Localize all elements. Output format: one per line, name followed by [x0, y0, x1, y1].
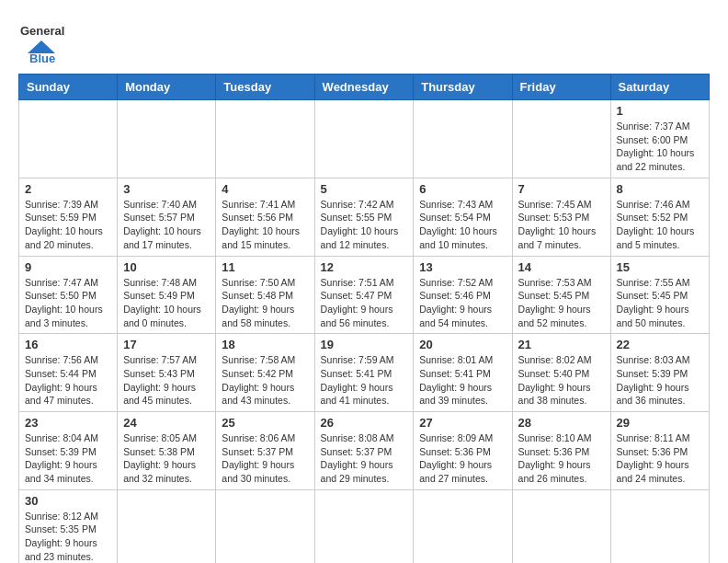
day-info: Sunrise: 7:53 AM Sunset: 5:45 PM Dayligh…: [518, 276, 605, 330]
day-number: 3: [123, 182, 210, 196]
day-number: 23: [25, 416, 111, 430]
day-info: Sunrise: 8:04 AM Sunset: 5:39 PM Dayligh…: [25, 431, 111, 486]
day-number: 16: [25, 338, 111, 351]
day-info: Sunrise: 7:56 AM Sunset: 5:44 PM Dayligh…: [25, 353, 111, 408]
day-number: 18: [222, 338, 308, 351]
day-info: Sunrise: 7:41 AM Sunset: 5:56 PM Dayligh…: [222, 198, 308, 252]
calendar-cell: 21Sunrise: 8:02 AM Sunset: 5:40 PM Dayli…: [512, 334, 610, 412]
calendar-cell: [216, 489, 314, 563]
day-number: 25: [222, 416, 308, 430]
weekday-header-saturday: Saturday: [610, 75, 709, 100]
day-number: 4: [222, 182, 308, 196]
weekday-header-friday: Friday: [512, 75, 610, 100]
day-info: Sunrise: 7:50 AM Sunset: 5:48 PM Dayligh…: [222, 276, 308, 330]
day-info: Sunrise: 8:05 AM Sunset: 5:38 PM Dayligh…: [123, 431, 210, 486]
day-info: Sunrise: 7:48 AM Sunset: 5:49 PM Dayligh…: [123, 276, 210, 330]
day-number: 2: [25, 182, 111, 196]
day-number: 7: [518, 182, 605, 196]
day-info: Sunrise: 7:55 AM Sunset: 5:45 PM Dayligh…: [617, 276, 703, 330]
day-number: 14: [518, 260, 605, 274]
calendar-cell: 2Sunrise: 7:39 AM Sunset: 5:59 PM Daylig…: [19, 178, 118, 256]
svg-text:Blue: Blue: [29, 52, 55, 64]
day-info: Sunrise: 7:43 AM Sunset: 5:54 PM Dayligh…: [419, 198, 506, 252]
calendar-cell: [512, 489, 610, 563]
day-info: Sunrise: 7:42 AM Sunset: 5:55 PM Dayligh…: [321, 198, 408, 252]
calendar-cell: 3Sunrise: 7:40 AM Sunset: 5:57 PM Daylig…: [118, 178, 216, 256]
weekday-header-thursday: Thursday: [414, 75, 512, 100]
calendar-week-row: 1Sunrise: 7:37 AM Sunset: 6:00 PM Daylig…: [19, 100, 710, 178]
day-info: Sunrise: 8:12 AM Sunset: 5:35 PM Dayligh…: [25, 510, 111, 563]
day-number: 6: [419, 182, 506, 196]
calendar-cell: 19Sunrise: 7:59 AM Sunset: 5:41 PM Dayli…: [314, 334, 414, 412]
svg-text:General: General: [20, 24, 64, 38]
calendar-cell: 15Sunrise: 7:55 AM Sunset: 5:45 PM Dayli…: [610, 256, 709, 334]
calendar-week-row: 23Sunrise: 8:04 AM Sunset: 5:39 PM Dayli…: [19, 412, 710, 490]
calendar-cell: 17Sunrise: 7:57 AM Sunset: 5:43 PM Dayli…: [118, 334, 216, 412]
calendar-table: SundayMondayTuesdayWednesdayThursdayFrid…: [18, 74, 710, 563]
day-number: 8: [617, 182, 703, 196]
day-info: Sunrise: 7:46 AM Sunset: 5:52 PM Dayligh…: [617, 198, 703, 252]
day-number: 5: [321, 182, 408, 196]
day-info: Sunrise: 8:10 AM Sunset: 5:36 PM Dayligh…: [518, 431, 605, 486]
calendar-cell: 30Sunrise: 8:12 AM Sunset: 5:35 PM Dayli…: [19, 489, 118, 563]
calendar-cell: 20Sunrise: 8:01 AM Sunset: 5:41 PM Dayli…: [414, 334, 512, 412]
calendar-cell: 12Sunrise: 7:51 AM Sunset: 5:47 PM Dayli…: [314, 256, 414, 334]
day-info: Sunrise: 7:59 AM Sunset: 5:41 PM Dayligh…: [321, 353, 408, 408]
calendar-cell: 24Sunrise: 8:05 AM Sunset: 5:38 PM Dayli…: [118, 412, 216, 490]
calendar-week-row: 2Sunrise: 7:39 AM Sunset: 5:59 PM Daylig…: [19, 178, 710, 256]
page-header: General Blue: [18, 18, 710, 64]
weekday-header-tuesday: Tuesday: [216, 75, 314, 100]
calendar-cell: [118, 489, 216, 563]
day-number: 28: [518, 416, 605, 430]
calendar-week-row: 16Sunrise: 7:56 AM Sunset: 5:44 PM Dayli…: [19, 334, 710, 412]
weekday-header-sunday: Sunday: [19, 75, 118, 100]
day-number: 17: [123, 338, 210, 351]
calendar-cell: 5Sunrise: 7:42 AM Sunset: 5:55 PM Daylig…: [314, 178, 414, 256]
day-number: 20: [419, 338, 506, 351]
day-number: 11: [222, 260, 308, 274]
weekday-header-row: SundayMondayTuesdayWednesdayThursdayFrid…: [19, 75, 710, 100]
day-number: 30: [25, 494, 111, 508]
calendar-cell: 16Sunrise: 7:56 AM Sunset: 5:44 PM Dayli…: [19, 334, 118, 412]
calendar-week-row: 9Sunrise: 7:47 AM Sunset: 5:50 PM Daylig…: [19, 256, 710, 334]
calendar-cell: [610, 489, 709, 563]
calendar-cell: 18Sunrise: 7:58 AM Sunset: 5:42 PM Dayli…: [216, 334, 314, 412]
calendar-cell: [314, 100, 414, 178]
day-info: Sunrise: 7:39 AM Sunset: 5:59 PM Dayligh…: [25, 198, 111, 252]
calendar-cell: [512, 100, 610, 178]
day-info: Sunrise: 8:09 AM Sunset: 5:36 PM Dayligh…: [419, 431, 506, 486]
calendar-cell: 4Sunrise: 7:41 AM Sunset: 5:56 PM Daylig…: [216, 178, 314, 256]
day-info: Sunrise: 8:03 AM Sunset: 5:39 PM Dayligh…: [617, 353, 703, 408]
day-info: Sunrise: 7:52 AM Sunset: 5:46 PM Dayligh…: [419, 276, 506, 330]
calendar-cell: [314, 489, 414, 563]
calendar-cell: [414, 489, 512, 563]
day-info: Sunrise: 7:51 AM Sunset: 5:47 PM Dayligh…: [321, 276, 408, 330]
calendar-cell: 29Sunrise: 8:11 AM Sunset: 5:36 PM Dayli…: [610, 412, 709, 490]
calendar-week-row: 30Sunrise: 8:12 AM Sunset: 5:35 PM Dayli…: [19, 489, 710, 563]
day-number: 9: [25, 260, 111, 274]
calendar-cell: 10Sunrise: 7:48 AM Sunset: 5:49 PM Dayli…: [118, 256, 216, 334]
calendar-cell: 23Sunrise: 8:04 AM Sunset: 5:39 PM Dayli…: [19, 412, 118, 490]
day-info: Sunrise: 7:37 AM Sunset: 6:00 PM Dayligh…: [617, 120, 703, 174]
day-info: Sunrise: 7:47 AM Sunset: 5:50 PM Dayligh…: [25, 276, 111, 330]
calendar-cell: 26Sunrise: 8:08 AM Sunset: 5:37 PM Dayli…: [314, 412, 414, 490]
calendar-cell: 25Sunrise: 8:06 AM Sunset: 5:37 PM Dayli…: [216, 412, 314, 490]
calendar-cell: [19, 100, 118, 178]
calendar-cell: 11Sunrise: 7:50 AM Sunset: 5:48 PM Dayli…: [216, 256, 314, 334]
day-number: 10: [123, 260, 210, 274]
weekday-header-wednesday: Wednesday: [314, 75, 414, 100]
day-number: 19: [321, 338, 408, 351]
day-number: 22: [617, 338, 703, 351]
day-number: 12: [321, 260, 408, 274]
day-info: Sunrise: 7:57 AM Sunset: 5:43 PM Dayligh…: [123, 353, 210, 408]
logo: General Blue: [18, 18, 64, 64]
day-number: 27: [419, 416, 506, 430]
day-info: Sunrise: 8:11 AM Sunset: 5:36 PM Dayligh…: [617, 431, 703, 486]
day-number: 24: [123, 416, 210, 430]
day-number: 1: [617, 104, 703, 118]
weekday-header-monday: Monday: [118, 75, 216, 100]
calendar-cell: 28Sunrise: 8:10 AM Sunset: 5:36 PM Dayli…: [512, 412, 610, 490]
day-number: 13: [419, 260, 506, 274]
calendar-cell: [118, 100, 216, 178]
calendar-cell: 9Sunrise: 7:47 AM Sunset: 5:50 PM Daylig…: [19, 256, 118, 334]
